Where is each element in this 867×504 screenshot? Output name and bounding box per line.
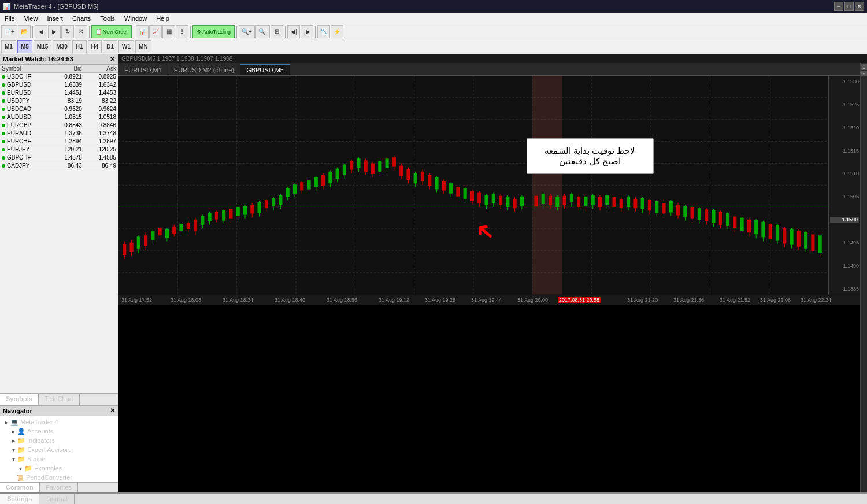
tf-h1[interactable]: H1	[72, 40, 87, 53]
chart-tab-gbpusd-m5[interactable]: GBPUSD,M5	[240, 64, 290, 75]
stop-button[interactable]: ✕	[75, 25, 87, 38]
mw-symbol: EURCHF	[0, 138, 50, 145]
chart-tab-eurusd-m2[interactable]: EURUSD,M2 (offline)	[168, 65, 240, 75]
price-1490: 1.1490	[830, 263, 859, 269]
tab-tick-chart[interactable]: Tick Chart	[39, 394, 80, 405]
close-button[interactable]: ✕	[855, 2, 864, 11]
nav-indicators[interactable]: ▸ 📁 Indicators	[0, 436, 118, 445]
chart-tab-eurusd-m1[interactable]: EURUSD,M1	[118, 65, 168, 75]
market-watch-close[interactable]: ✕	[110, 55, 115, 63]
tf-m1[interactable]: M1	[1, 40, 16, 53]
scroll-left-btn[interactable]: ◀|	[287, 25, 300, 38]
market-watch-row[interactable]: EURGBP 0.8843 0.8846	[0, 121, 118, 129]
tf-m30[interactable]: M30	[53, 40, 71, 53]
mw-bid: 1.2894	[50, 138, 84, 145]
price-1525: 1.1525	[830, 102, 859, 108]
svg-rect-48	[215, 212, 218, 219]
new-button[interactable]: 📄+	[1, 25, 17, 38]
menu-help[interactable]: Help	[151, 13, 174, 24]
scroll-right-btn[interactable]: |▶	[301, 25, 313, 38]
tab-settings[interactable]: Settings	[0, 494, 39, 504]
tf-h4[interactable]: H4	[88, 40, 102, 53]
market-watch-row[interactable]: EURCHF 1.2894 1.2897	[0, 138, 118, 146]
line-chart-btn[interactable]: 📈	[149, 25, 162, 38]
market-watch-row[interactable]: GBPUSD 1.6339 1.6342	[0, 81, 118, 89]
nav-period-converter[interactable]: 📜 PeriodConverter	[0, 473, 118, 482]
maximize-button[interactable]: □	[844, 2, 854, 11]
svg-rect-211	[797, 231, 801, 247]
annotation-line1: لاحظ توقيت بداية الشمعه	[539, 146, 642, 156]
chart-main-area[interactable]: EURUSD,M1 EURUSD,M2 (offline) GBPUSD,M5	[118, 63, 860, 492]
mw-dot	[2, 140, 5, 143]
forward-button[interactable]: ▶	[48, 25, 61, 38]
svg-rect-199	[754, 220, 758, 235]
refresh-button[interactable]: ↻	[61, 25, 74, 38]
market-watch-row[interactable]: EURJPY 120.21 120.25	[0, 146, 118, 154]
nav-examples-icon: 📁	[24, 464, 32, 472]
tab-symbols[interactable]: Symbols	[0, 394, 39, 405]
nav-expert-advisors[interactable]: ▾ 📁 Expert Advisors	[0, 445, 118, 454]
back-button[interactable]: ◀	[35, 25, 47, 38]
svg-rect-197	[747, 220, 751, 233]
market-watch-row[interactable]: AUDUSD 1.0515 1.0518	[0, 113, 118, 121]
market-watch-row[interactable]: USDJPY 83.19 83.22	[0, 97, 118, 105]
nav-metatrader4[interactable]: ▸ 💻 MetaTrader 4	[0, 417, 118, 427]
svg-rect-100	[399, 166, 403, 176]
tf-w1[interactable]: W1	[118, 40, 134, 53]
time-label-10: 31 Aug 21:20	[627, 297, 658, 303]
scroll-down-btn[interactable]: ▼	[861, 71, 867, 76]
svg-rect-106	[421, 172, 424, 181]
market-watch-row[interactable]: EURUSD 1.4451 1.4453	[0, 89, 118, 97]
menu-view[interactable]: View	[20, 13, 43, 24]
svg-rect-112	[442, 181, 446, 190]
mw-ask: 1.4585	[84, 154, 118, 161]
period-sep-btn[interactable]: ⚡	[331, 25, 343, 38]
market-watch-row[interactable]: USDCHF 0.8921 0.8925	[0, 73, 118, 81]
menu-file[interactable]: File	[0, 13, 20, 24]
zoom-in-btn[interactable]: 🔍+	[239, 25, 255, 38]
indicator-btn[interactable]: 📉	[317, 25, 330, 38]
svg-rect-38	[179, 224, 183, 231]
mw-ask: 0.8925	[84, 73, 118, 80]
nav-tab-common[interactable]: Common	[0, 483, 40, 492]
market-watch-header: Market Watch: 16:24:53 ✕	[0, 54, 118, 65]
svg-rect-120	[470, 191, 474, 201]
market-watch-row[interactable]: EURAUD 1.3736 1.3748	[0, 129, 118, 138]
market-watch-row[interactable]: GBPCHF 1.4575 1.4585	[0, 154, 118, 162]
zoom-out-btn[interactable]: 🔍-	[255, 25, 270, 38]
chart-type-btn[interactable]: 📊	[136, 25, 149, 38]
svg-rect-124	[484, 195, 488, 205]
nav-scripts[interactable]: ▾ 📁 Scripts	[0, 454, 118, 464]
mw-symbol: EURAUD	[0, 129, 50, 137]
tab-journal[interactable]: Journal	[39, 494, 75, 504]
time-label-5: 31 Aug 18:56	[327, 297, 357, 303]
nav-examples[interactable]: ▾ 📁 Examples	[0, 464, 118, 473]
navigator-panel: Navigator ✕ ▸ 💻 MetaTrader 4 ▸ 👤 Account…	[0, 406, 118, 492]
market-watch-row[interactable]: USDCAD 0.9620 0.9624	[0, 105, 118, 113]
menu-insert[interactable]: Insert	[42, 13, 68, 24]
candle-chart-btn[interactable]: 🕯	[176, 25, 188, 38]
svg-rect-201	[761, 222, 765, 238]
menu-tools[interactable]: Tools	[95, 13, 120, 24]
tf-mn[interactable]: MN	[135, 40, 151, 53]
svg-rect-207	[783, 228, 786, 244]
tf-d1[interactable]: D1	[103, 40, 117, 53]
market-watch-columns: Symbol Bid Ask	[0, 65, 118, 73]
bar-chart-btn[interactable]: ▦	[162, 25, 175, 38]
auto-trading-button[interactable]: ⚙ AutoTrading	[192, 25, 235, 38]
minimize-button[interactable]: ─	[834, 2, 843, 11]
nav-examples-expand: ▾	[16, 464, 24, 472]
nav-accounts[interactable]: ▸ 👤 Accounts	[0, 427, 118, 436]
menu-window[interactable]: Window	[120, 13, 151, 24]
nav-tab-favorites[interactable]: Favorites	[40, 483, 78, 492]
open-button[interactable]: 📂	[18, 25, 31, 38]
menu-charts[interactable]: Charts	[68, 13, 95, 24]
tf-m15[interactable]: M15	[34, 40, 51, 53]
auto-trading-icon: ⚙	[197, 29, 201, 35]
zoom-fit-btn[interactable]: ⊞	[271, 25, 283, 38]
tf-m5[interactable]: M5	[17, 40, 32, 53]
market-watch-row[interactable]: CADJPY 86.43 86.49	[0, 162, 118, 170]
navigator-close[interactable]: ✕	[110, 407, 115, 414]
new-order-button[interactable]: 📋 New Order	[91, 25, 132, 38]
scroll-up-btn[interactable]: ▲	[861, 64, 867, 70]
